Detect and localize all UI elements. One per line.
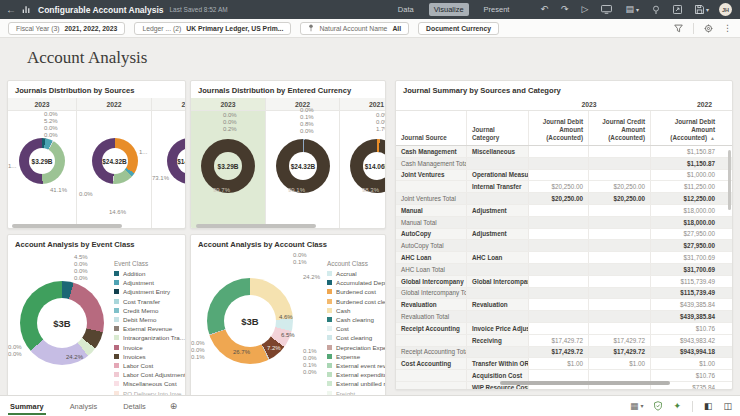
legend-item[interactable]: Invoices <box>114 353 146 360</box>
legend-item[interactable]: Burdened cost clearing <box>327 298 386 305</box>
grid-icon[interactable]: ▦▾ <box>630 402 644 411</box>
legend-item[interactable]: Intraorganization Tra... <box>114 334 185 341</box>
redo-icon[interactable]: ↷ <box>561 5 569 14</box>
legend-item[interactable]: Adjustment Entry <box>114 288 170 295</box>
table-row[interactable]: AHC Loan Total$31,700.69 <box>396 264 732 276</box>
tab-details[interactable]: Details <box>121 397 148 415</box>
table-row[interactable]: Cash ManagementMiscellaneous$1,150.87 <box>396 146 732 158</box>
facet-2023[interactable]: 2023$3.29B0.0%5.2%0.0%0.0%1...41.1% <box>8 98 76 228</box>
table-row[interactable]: Receipt AccountingInvoice Price Adjust$1… <box>396 323 732 335</box>
legend-item[interactable]: Cash <box>327 307 350 314</box>
filter-icon[interactable] <box>674 24 683 33</box>
legend-item[interactable]: External event revenue <box>327 362 386 369</box>
legend-item[interactable]: Debit Memo <box>114 316 156 323</box>
filter-chip-ledger-2[interactable]: Ledger ... (2)UK Primary Ledger, US Prim… <box>134 22 291 35</box>
sources-hscrollbar[interactable] <box>12 224 122 228</box>
table-row[interactable]: Cost AccountingTransfer Within ORG$1.00$… <box>396 358 732 370</box>
back-icon[interactable]: ← <box>0 4 22 15</box>
filter-chip-fiscal-year-3[interactable]: Fiscal Year (3)2021, 2022, 2023 <box>8 22 125 35</box>
legend-item[interactable]: Invoice <box>114 344 143 351</box>
legend-item[interactable]: Expense <box>327 353 360 360</box>
layout-split-icon[interactable]: ◫ <box>723 402 732 411</box>
facet-2022[interactable]: 2022$24.32B0.0%0.1%0.8%0.0%99.1% <box>265 98 339 228</box>
avatar[interactable]: JH <box>719 3 732 16</box>
legend-item[interactable]: Credit Memo <box>114 307 158 314</box>
nav-visualize[interactable]: Visualize <box>429 3 469 16</box>
legend-item[interactable]: Adjustment <box>114 279 154 286</box>
donut-chart[interactable]: $24.32B <box>92 138 138 184</box>
layout-left-icon[interactable]: ◧ <box>704 402 713 411</box>
popout-icon[interactable] <box>673 5 682 14</box>
nav-present[interactable]: Present <box>479 3 515 16</box>
table-row[interactable]: Joint Ventures Total$20,250.00$20,250.00… <box>396 193 732 205</box>
present-icon[interactable] <box>601 5 612 14</box>
nav-data[interactable]: Data <box>393 3 419 16</box>
legend-item[interactable]: Depreciation Expense <box>327 344 386 351</box>
undo-icon[interactable]: ↶ <box>540 5 548 14</box>
table-row[interactable]: AutoCopyAdjustment$27,950.00 <box>396 229 732 241</box>
table-row[interactable]: Receiving$17,429.72$17,429.72$943,983.42 <box>396 335 732 347</box>
table-row[interactable]: AHC LoanAHC Loan$31,700.69 <box>396 252 732 264</box>
legend-item[interactable]: External Revenue <box>114 325 172 332</box>
filter-chip-natural-account-name[interactable]: Natural Account NameAll <box>300 22 409 35</box>
tab-summary[interactable]: Summary <box>8 397 46 415</box>
table-body: Cash ManagementMiscellaneous$1,150.87Cas… <box>396 146 732 390</box>
legend-item[interactable]: Addition <box>114 270 145 277</box>
column-header[interactable]: Journal Source <box>396 111 466 145</box>
table-row[interactable]: AutoCopy Total$27,950.00 <box>396 240 732 252</box>
donut-chart[interactable]: $3.29B <box>19 138 65 184</box>
legend-item[interactable]: Cost Transfer <box>114 298 160 305</box>
table-hscrollbar[interactable] <box>500 381 670 385</box>
facet-2023[interactable]: 2023$3.29B0.0%0.0%0.2%99.7% <box>191 98 265 228</box>
donut-chart[interactable]: $14.06B <box>167 138 187 184</box>
kebab-icon[interactable]: ⋮ <box>723 24 732 33</box>
play-icon[interactable]: ▷ <box>582 5 589 14</box>
legend-item[interactable]: Cash clearing <box>327 316 374 323</box>
facet-2021[interactable]: 2021$14.06B73.1% <box>151 98 186 228</box>
facet-2022[interactable]: 2022$24.32B1...0.0%14.6% <box>76 98 151 228</box>
table-row[interactable]: Global Intercompany Total$115,739.49 <box>396 288 732 300</box>
column-header[interactable]: Journal Debit Amount (Accounted) <box>528 111 588 145</box>
table-row[interactable]: Receipt Accounting Total$17,429.72$17,42… <box>396 347 732 359</box>
donut-chart[interactable]: $24.32B <box>276 139 330 193</box>
legend-item[interactable]: Miscellaneous Cost <box>114 380 177 387</box>
table-row[interactable]: Revaluation Total$439,385.84 <box>396 311 732 323</box>
table-row[interactable]: RevaluationRevaluation$439,385.84 <box>396 299 732 311</box>
save-icon[interactable]: ▾ <box>695 5 709 14</box>
donut-chart[interactable]: $14.06B <box>350 139 386 193</box>
legend-item[interactable]: Cost <box>327 325 349 332</box>
legend-item[interactable]: External expenditure ... <box>327 371 386 378</box>
filter-chip-document-currency[interactable]: Document Currency <box>418 22 499 35</box>
currency-hscrollbar[interactable] <box>196 224 316 228</box>
facet-2021[interactable]: 2021$14.06B0.0%0.0%1.7%98.3% <box>339 98 386 228</box>
table-vscrollbar[interactable] <box>728 150 731 210</box>
table-row[interactable]: Manual Total$18,000.00 <box>396 217 732 229</box>
table-row[interactable]: Internal Transfer$20,250.00$20,250.00$11… <box>396 181 732 193</box>
table-row[interactable]: Cash Management Total$1,150.87 <box>396 158 732 170</box>
legend-item[interactable]: External unbilled rece... <box>327 380 386 387</box>
column-header[interactable]: Journal Category <box>466 111 528 145</box>
legend-item[interactable]: Accumulated Depreci... <box>327 279 386 286</box>
chart-logo-icon <box>22 5 36 14</box>
legend-item[interactable]: Labor Cost <box>114 362 153 369</box>
column-header[interactable]: Journal Credit Amount (Accounted) <box>588 111 650 145</box>
legend-item[interactable]: Burdened cost <box>327 288 376 295</box>
donut-chart[interactable]: $3B <box>20 281 104 365</box>
dimension-cell <box>396 370 466 381</box>
notes-icon[interactable]: ▤▾ <box>625 5 639 14</box>
legend-item[interactable]: Labor Cost Adjustment <box>114 371 186 378</box>
donut-chart[interactable]: $3.29B <box>201 139 255 193</box>
table-row[interactable]: Global IntercompanyGlobal Intercompany$1… <box>396 276 732 288</box>
table-row[interactable]: Joint VenturesOperational Measure$1,000.… <box>396 170 732 182</box>
badge-icon[interactable] <box>654 401 662 411</box>
bulb-icon[interactable] <box>652 5 660 15</box>
legend-item[interactable]: Accrual <box>327 270 357 277</box>
table-row[interactable]: ManualAdjustment$18,000.00 <box>396 205 732 217</box>
gear-icon[interactable] <box>704 24 713 33</box>
chart-title: Journals Distribution by Sources <box>8 81 185 98</box>
sparkle-icon[interactable]: ✦ <box>673 402 681 411</box>
add-canvas-icon[interactable]: ⊕ <box>170 401 178 411</box>
tab-analysis[interactable]: Analysis <box>68 397 100 415</box>
column-header[interactable]: Journal Debit Amount (Accounted)▲ <box>650 111 720 145</box>
legend-item[interactable]: Cost clearing <box>327 334 372 341</box>
